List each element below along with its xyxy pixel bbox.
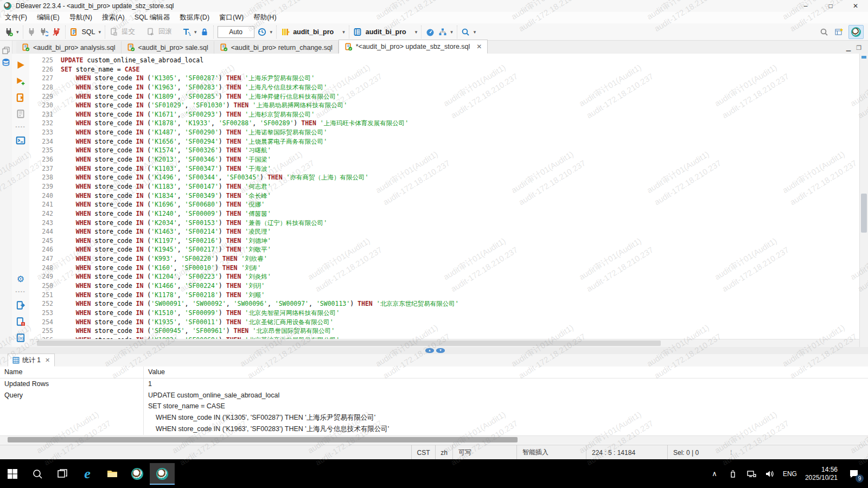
rollback-label[interactable]: 回滚 [158, 27, 172, 36]
execution-plan-icon[interactable] [438, 27, 447, 36]
settings-gear-icon[interactable]: ⚙ [16, 274, 25, 284]
code-line[interactable]: WHEN store_code IN ('K1197', 'SF00216') … [61, 236, 859, 246]
connection-selector[interactable]: audit_bi_pro [293, 28, 334, 36]
table-row[interactable]: SET store_name = CASE [0, 401, 868, 412]
commit-icon[interactable] [109, 27, 118, 36]
connection-selector-dropdown[interactable]: ▾ [342, 29, 345, 35]
restore-view-icon[interactable] [2, 46, 10, 55]
code-line[interactable]: WHEN store_code IN ('K1103', 'SF00347') … [61, 164, 859, 174]
maximize-button[interactable]: □ [818, 0, 843, 12]
panel-hscroll-thumb[interactable] [8, 437, 518, 442]
code-line[interactable]: WHEN store_code IN ('K1204', 'SF00223') … [61, 272, 859, 281]
menu-item-6[interactable]: 窗口(W) [214, 12, 248, 23]
menu-item-1[interactable]: 编辑(E) [32, 12, 65, 23]
execute-statement-icon[interactable] [16, 60, 25, 70]
code-area[interactable]: UPDATE custom_online_sale_abroad_localSE… [55, 54, 859, 339]
code-line[interactable]: WHEN store_code IN ('K1496', 'SF00344', … [61, 173, 859, 182]
menu-item-3[interactable]: 搜索(A) [97, 12, 130, 23]
editor-tab-3[interactable]: *<audit_bi_pro> update_sbz_store.sql✕ [339, 40, 488, 54]
network-tray-icon[interactable] [743, 463, 760, 485]
open-perspective-icon[interactable] [834, 27, 843, 36]
code-line[interactable]: WHEN store_code IN ('K1510', 'SF00099') … [61, 309, 859, 318]
menu-item-7[interactable]: 帮助(H) [248, 12, 281, 23]
action-center-icon[interactable]: 9 [843, 463, 865, 485]
code-line[interactable]: WHEN store_code IN ('K2013', 'SF00346') … [61, 155, 859, 164]
plan-dropdown[interactable]: ▾ [450, 29, 453, 35]
code-line[interactable]: WHEN store_code IN ('K1240', 'SF00009') … [61, 209, 859, 219]
internet-explorer-icon[interactable]: e [75, 463, 100, 485]
hscroll-thumb[interactable] [37, 341, 661, 346]
code-line[interactable]: WHEN store_code IN ('SF00945', 'SF00961'… [61, 326, 859, 336]
code-line[interactable]: WHEN store_code IN ('K1656', 'SF00294') … [61, 137, 859, 146]
code-line[interactable]: WHEN store_code IN ('K1834', 'SF00349') … [61, 191, 859, 201]
taskbar-clock[interactable]: 14:56 2025/10/21 [802, 466, 841, 482]
table-row[interactable]: Updated Rows1 [0, 378, 868, 390]
editor-vscrollbar[interactable] [859, 54, 868, 347]
menu-item-2[interactable]: 导航(N) [65, 12, 97, 23]
code-line[interactable]: WHEN store_code IN ('SF01029', 'SF01030'… [61, 101, 859, 110]
status-cursor-position[interactable]: 224 : 5 : 14184 [586, 445, 667, 460]
editor-tab-1[interactable]: <audit_bi_pro> sale.sql [122, 41, 214, 54]
code-line[interactable]: WHEN store_code IN ('K1935', 'SF00011') … [61, 318, 859, 327]
validation-icon[interactable] [16, 317, 25, 326]
explain-plan-icon[interactable] [16, 109, 25, 119]
vscroll-thumb[interactable] [861, 194, 867, 233]
editor-tab-0[interactable]: <audit_bi_pro> analysis.sql [16, 41, 122, 54]
schema-selector-dropdown[interactable]: ▾ [415, 29, 418, 35]
code-line[interactable]: WHEN store_code IN ('K1945', 'SF00217') … [61, 245, 859, 254]
transaction-icon[interactable] [182, 27, 191, 36]
menu-item-4[interactable]: SQL 编辑器 [130, 12, 175, 23]
commit-label[interactable]: 提交 [122, 27, 135, 36]
code-line[interactable]: WHEN store_code IN ('SW00091', 'SW00092'… [61, 299, 859, 309]
menu-item-0[interactable]: 文件(F) [0, 12, 32, 23]
dashboard-icon[interactable] [425, 27, 435, 36]
execute-new-tab-icon[interactable] [16, 76, 25, 86]
transaction-dropdown[interactable]: ▾ [194, 29, 197, 35]
results-hscrollbar[interactable] [0, 435, 868, 444]
editor-results-sash[interactable]: ▲ ▼ [0, 347, 868, 354]
code-line[interactable]: WHEN store_code IN ('K993', 'SF00220') T… [61, 254, 859, 264]
close-button[interactable]: ✕ [843, 0, 868, 12]
menu-item-5[interactable]: 数据库(D) [175, 12, 214, 23]
export-result-icon[interactable] [16, 300, 25, 310]
file-explorer-icon[interactable] [100, 463, 125, 485]
sql-editor-icon[interactable] [69, 27, 79, 36]
connect-dropdown[interactable]: ▾ [16, 29, 19, 35]
code-line[interactable]: WHEN store_code IN ('K1696', 'SF00680') … [61, 200, 859, 209]
scroll-left-icon[interactable] [31, 342, 35, 346]
task-view-icon[interactable] [50, 463, 75, 485]
code-line[interactable]: WHEN store_code IN ('K1183', 'SF00147') … [61, 182, 859, 191]
connect-icon[interactable] [4, 27, 13, 36]
disconnect-all-icon[interactable] [52, 27, 61, 36]
statistics-tab[interactable]: 统计 1 ✕ [8, 354, 55, 367]
code-line[interactable]: WHEN store_code IN ('K1487', 'SF00290') … [61, 128, 859, 137]
column-header-value[interactable]: Value [144, 367, 868, 378]
code-line[interactable]: WHEN store_code IN ('K1178', 'SF00218') … [61, 291, 859, 300]
code-line[interactable]: SET store_name = CASE [61, 65, 859, 74]
table-row[interactable]: QueryUPDATE custom_online_sale_abroad_lo… [0, 390, 868, 401]
tab-close-icon[interactable]: ✕ [476, 43, 482, 50]
history-icon[interactable] [258, 27, 267, 36]
code-line[interactable]: WHEN store_code IN ('K1305', 'SF00287') … [61, 74, 859, 83]
taskbar-search-icon[interactable] [25, 463, 50, 485]
usb-tray-icon[interactable] [725, 463, 741, 485]
history-dropdown[interactable]: ▾ [270, 29, 273, 35]
code-line[interactable]: WHEN store_code IN ('K1466', 'SF00224') … [61, 281, 859, 291]
code-line[interactable]: WHEN store_code IN ('K160', 'SF00010') T… [61, 264, 859, 273]
code-line[interactable]: WHEN store_code IN ('K1463', 'SF00214') … [61, 227, 859, 236]
sql-editor-label[interactable]: SQL [82, 28, 95, 36]
search-db-dropdown[interactable]: ▾ [474, 29, 476, 35]
dbeaver-taskbar-icon-active[interactable] [150, 463, 175, 485]
table-row[interactable]: WHEN store_code IN ('K1305', 'SF00287') … [0, 412, 868, 423]
code-line[interactable]: WHEN store_code IN ('K1963', 'SF00283') … [61, 83, 859, 92]
volume-tray-icon[interactable] [762, 463, 778, 485]
table-row[interactable]: WHEN store_code IN ('K1963', 'SF00283') … [0, 423, 868, 435]
rollback-icon[interactable] [146, 27, 155, 36]
statistics-tab-close-icon[interactable]: ✕ [45, 357, 50, 364]
sql-dropdown[interactable]: ▾ [99, 29, 101, 35]
code-line[interactable]: WHEN store_code IN ('K2034', 'SF00153') … [61, 219, 859, 228]
variables-icon[interactable]: (a) [16, 333, 25, 343]
lock-icon[interactable] [200, 27, 209, 36]
code-line[interactable]: WHEN store_code IN ('K1809', 'SF00285') … [61, 92, 859, 101]
editor-tab-2[interactable]: <audit_bi_pro> return_change.sql [214, 41, 339, 54]
